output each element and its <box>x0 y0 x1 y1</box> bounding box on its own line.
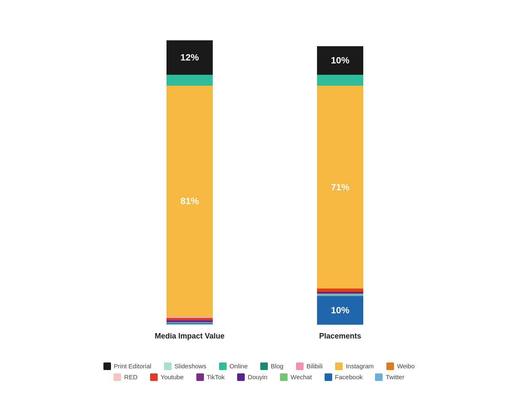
legend-swatch-online <box>219 362 227 370</box>
segment-label-facebook: 10% <box>331 305 349 316</box>
bar-segment-online <box>317 75 363 86</box>
legend-swatch-bilibili <box>296 362 304 370</box>
legend-item-youtube: Youtube <box>150 373 184 381</box>
legend-label-weibo: Weibo <box>397 362 415 370</box>
legend-label-print-editorial: Print Editorial <box>114 362 151 370</box>
segment-label-print-editorial: 12% <box>180 52 199 63</box>
legend-swatch-weibo <box>386 362 394 370</box>
bar-segment-wechat-small <box>317 294 363 295</box>
bar-segment-instagram: 71% <box>317 86 363 289</box>
legend-item-slideshows: Slideshows <box>164 362 206 370</box>
bar-segment-douyin-small <box>317 292 363 293</box>
bar-media-impact: 81%12% <box>166 39 213 325</box>
bar-segment-twitter <box>166 324 213 325</box>
legend-label-tiktok: TikTok <box>207 373 225 381</box>
legend-item-blog: Blog <box>260 362 283 370</box>
legend-label-bilibili: Bilibili <box>307 362 322 370</box>
legend-item-instagram: Instagram <box>335 362 374 370</box>
chart-container: 81%12% Media Impact Value 10%71%10% Plac… <box>0 22 518 397</box>
legend-label-twitter: Twitter <box>386 373 404 381</box>
legend-label-online: Online <box>230 362 248 370</box>
bar-segment-twitter-small <box>317 295 363 296</box>
legend-item-print-editorial: Print Editorial <box>103 362 151 370</box>
bar-group-placements: 10%71%10% Placements <box>317 39 363 341</box>
bar-segment-instagram: 81% <box>166 86 213 317</box>
segment-label-instagram: 71% <box>331 182 349 193</box>
bar-segment-wechat <box>166 322 213 323</box>
legend-label-douyin: Douyin <box>248 373 267 381</box>
bars-row: 81%12% Media Impact Value 10%71%10% Plac… <box>25 39 493 341</box>
legend-row-2: REDYoutubeTikTokDouyinWechatFacebookTwit… <box>114 373 404 381</box>
legend-row-1: Print EditorialSlideshowsOnlineBlogBilib… <box>103 362 415 370</box>
bar-segment-youtube <box>166 318 213 320</box>
legend-swatch-blog <box>260 362 268 370</box>
legend-item-red: RED <box>114 373 137 381</box>
legend-label-youtube: Youtube <box>161 373 184 381</box>
legend-label-red: RED <box>124 373 137 381</box>
legend-swatch-tiktok <box>196 373 204 381</box>
bar-segment-print-editorial: 10% <box>317 46 363 75</box>
bar-placements: 10%71%10% <box>317 39 363 325</box>
legend-swatch-instagram <box>335 362 343 370</box>
bar-label-media-impact: Media Impact Value <box>155 331 225 341</box>
legend-swatch-facebook <box>325 373 332 381</box>
legend-item-twitter: Twitter <box>375 373 404 381</box>
legend-swatch-print-editorial <box>103 362 111 370</box>
bar-segment-tiktok <box>166 320 213 321</box>
legend-label-instagram: Instagram <box>346 362 374 370</box>
legend-item-douyin: Douyin <box>237 373 267 381</box>
legend-item-online: Online <box>219 362 248 370</box>
segment-label-print-editorial: 10% <box>331 55 349 66</box>
legend-item-facebook: Facebook <box>325 373 363 381</box>
bar-segment-red <box>166 317 213 318</box>
legend-item-tiktok: TikTok <box>196 373 225 381</box>
legend-item-wechat: Wechat <box>280 373 312 381</box>
bar-segment-facebook: 10% <box>317 296 363 325</box>
legend-swatch-twitter <box>375 373 383 381</box>
legend-swatch-wechat <box>280 373 288 381</box>
bar-segment-douyin <box>166 321 213 322</box>
legend-label-facebook: Facebook <box>335 373 363 381</box>
bar-group-media-impact: 81%12% Media Impact Value <box>155 39 225 341</box>
legend-label-slideshows: Slideshows <box>174 362 206 370</box>
legend-item-weibo: Weibo <box>386 362 415 370</box>
bar-label-placements: Placements <box>319 331 361 341</box>
legend-item-bilibili: Bilibili <box>296 362 322 370</box>
segment-label-instagram: 81% <box>180 196 199 207</box>
bar-segment-facebook <box>166 323 213 324</box>
legend-swatch-douyin <box>237 373 245 381</box>
bar-segment-print-editorial: 12% <box>166 40 213 75</box>
legend-label-blog: Blog <box>271 362 283 370</box>
legend-label-wechat: Wechat <box>291 373 312 381</box>
bar-segment-online <box>166 75 213 86</box>
legend-swatch-red <box>114 373 121 381</box>
legend: Print EditorialSlideshowsOnlineBlogBilib… <box>49 362 469 381</box>
legend-swatch-slideshows <box>164 362 172 370</box>
legend-swatch-youtube <box>150 373 158 381</box>
bar-segment-youtube-small <box>317 289 363 292</box>
